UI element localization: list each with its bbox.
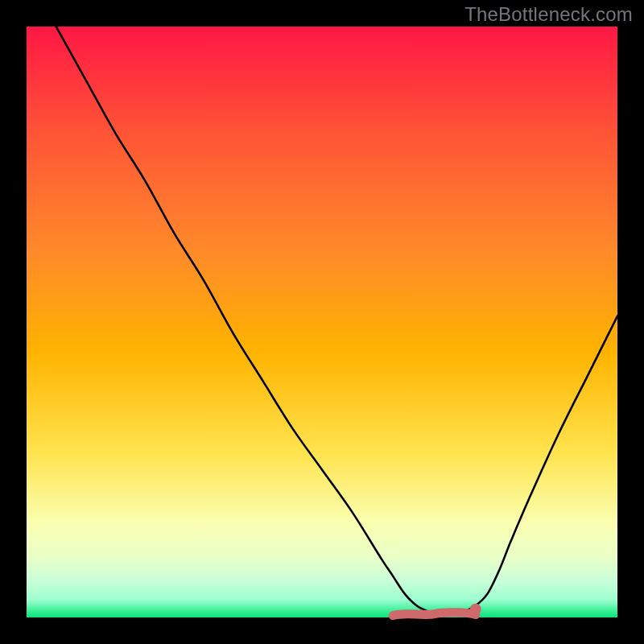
optimal-point-marker [470, 604, 481, 615]
gradient-background [27, 27, 617, 617]
watermark-text: TheBottleneck.com [464, 3, 633, 26]
bottleneck-chart [0, 0, 644, 644]
chart-frame: { "watermark": "TheBottleneck.com", "col… [0, 0, 644, 644]
optimal-zone-marker [393, 613, 476, 616]
